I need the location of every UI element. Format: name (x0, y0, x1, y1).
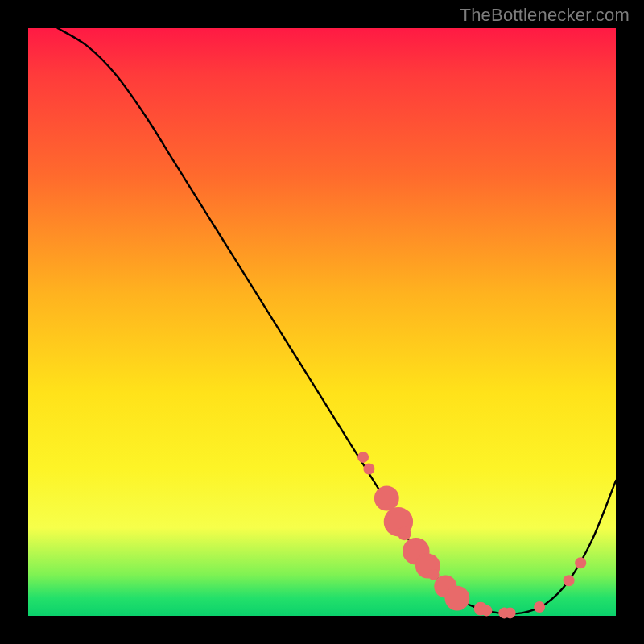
curve-marker (564, 575, 575, 586)
curve-marker (505, 607, 516, 618)
curve-marker (534, 601, 545, 613)
chart-frame: TheBottlenecker.com (0, 0, 644, 644)
curve-marker (575, 557, 586, 568)
curve-markers (357, 452, 586, 619)
curve-marker (398, 526, 411, 540)
curve-marker (357, 452, 369, 463)
curve-marker (363, 464, 374, 475)
chart-overlay (28, 28, 616, 616)
bottleneck-curve (58, 28, 617, 614)
curve-marker (445, 586, 470, 611)
watermark-label: TheBottlenecker.com (460, 5, 630, 26)
curve-marker (374, 486, 399, 511)
curve-marker (481, 605, 492, 616)
